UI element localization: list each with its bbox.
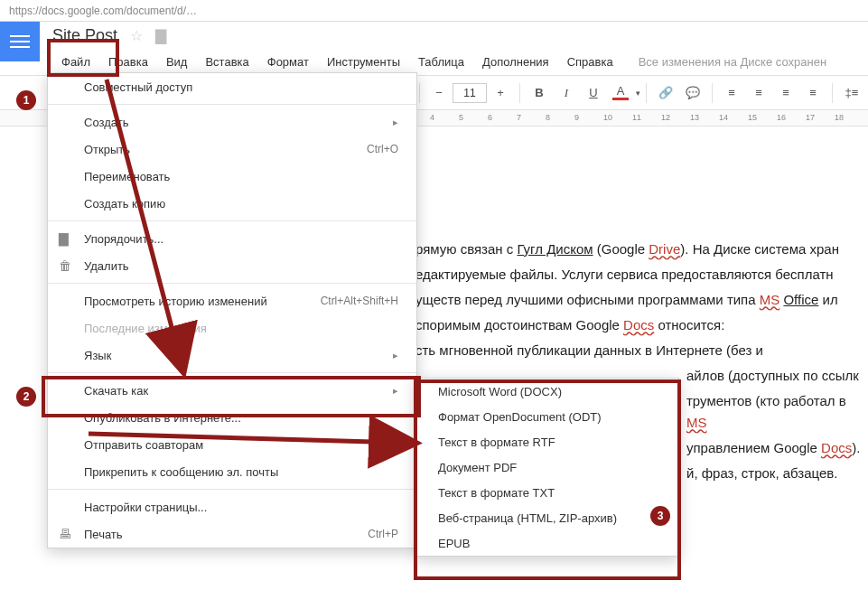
menu-attach-email[interactable]: Прикрепить к сообщению эл. почты	[48, 458, 416, 485]
menu-language[interactable]: Язык▸	[48, 342, 416, 369]
menu-table[interactable]: Таблица	[409, 55, 473, 69]
chevron-down-icon[interactable]: ▾	[636, 89, 640, 98]
url-bar: https://docs.google.com/document/d/…	[9, 5, 197, 17]
download-rtf[interactable]: Текст в формате RTF	[416, 429, 678, 454]
menu-new[interactable]: Создать▸	[48, 108, 416, 136]
menu-view[interactable]: Вид	[157, 55, 197, 69]
menu-history[interactable]: Просмотреть историю измененийCtrl+Alt+Sh…	[48, 287, 416, 314]
menu-tools[interactable]: Инструменты	[318, 55, 409, 69]
docs-logo[interactable]	[0, 22, 40, 61]
menu-page-setup[interactable]: Настройки страницы...	[48, 493, 416, 520]
menu-share[interactable]: Совместный доступ	[48, 73, 416, 100]
menu-publish[interactable]: Опубликовать в Интернете...	[48, 404, 416, 431]
font-size-minus[interactable]: −	[425, 81, 453, 105]
chevron-right-icon: ▸	[393, 117, 398, 128]
trash-icon: 🗑	[59, 258, 71, 273]
star-icon[interactable]: ☆	[130, 27, 143, 44]
text-color-button[interactable]: A	[607, 81, 634, 105]
underline-button[interactable]: U	[580, 81, 607, 105]
menu-file[interactable]: Файл	[52, 55, 99, 69]
align-right-button[interactable]: ≡	[772, 81, 799, 105]
menu-download-as[interactable]: Скачать как▸	[48, 377, 416, 404]
chevron-right-icon: ▸	[393, 385, 398, 397]
download-pdf[interactable]: Документ PDF	[416, 454, 678, 480]
menu-rename[interactable]: Переименовать	[48, 163, 416, 190]
align-left-button[interactable]: ≡	[718, 81, 745, 105]
menu-email-collab[interactable]: Отправить соавторам	[48, 431, 416, 458]
menu-recent: Последние изменения	[48, 314, 416, 342]
font-size-input[interactable]: 11	[453, 83, 487, 103]
annotation-badge-3: 3	[650, 506, 670, 526]
bold-button[interactable]: B	[526, 81, 553, 105]
download-odt[interactable]: Формат OpenDocument (ODT)	[416, 404, 678, 429]
menu-addons[interactable]: Дополнения	[473, 55, 558, 69]
menu-delete[interactable]: 🗑Удалить	[48, 252, 416, 279]
font-size-plus[interactable]: +	[487, 81, 514, 105]
file-menu-dropdown: Совместный доступ Создать▸ ОткрытьCtrl+O…	[47, 72, 417, 548]
print-icon: 🖶	[59, 527, 71, 541]
folder-icon[interactable]: ▇	[155, 27, 166, 44]
menu-open[interactable]: ОткрытьCtrl+O	[48, 136, 416, 163]
line-spacing-button[interactable]: ‡≡	[838, 81, 865, 105]
download-submenu: Microsoft Word (DOCX) Формат OpenDocumen…	[415, 378, 679, 557]
menu-print[interactable]: 🖶ПечатьCtrl+P	[48, 520, 416, 548]
annotation-badge-2: 2	[16, 387, 36, 407]
document-title[interactable]: Site Post	[52, 26, 117, 45]
menu-help[interactable]: Справка	[558, 55, 622, 69]
chevron-right-icon: ▸	[393, 350, 398, 361]
annotation-badge-1: 1	[16, 90, 36, 110]
menu-make-copy[interactable]: Создать копию	[48, 190, 416, 217]
download-epub[interactable]: EPUB	[416, 530, 678, 556]
menu-insert[interactable]: Вставка	[196, 55, 257, 69]
align-center-button[interactable]: ≡	[745, 81, 772, 105]
folder-icon: ▇	[59, 231, 69, 246]
link-button[interactable]: 🔗	[652, 81, 679, 105]
align-justify-button[interactable]: ≡	[799, 81, 826, 105]
comment-button[interactable]: 💬	[679, 81, 706, 105]
download-html[interactable]: Веб-страница (HTML, ZIP-архив)	[416, 505, 678, 530]
menu-format[interactable]: Формат	[258, 55, 318, 69]
menu-edit[interactable]: Правка	[99, 55, 157, 69]
download-docx[interactable]: Microsoft Word (DOCX)	[416, 379, 678, 404]
italic-button[interactable]: I	[553, 81, 580, 105]
menu-organize[interactable]: ▇Упорядочить...	[48, 225, 416, 252]
download-txt[interactable]: Текст в формате TXT	[416, 480, 678, 505]
save-status: Все изменения на Диске сохранен	[639, 55, 826, 69]
